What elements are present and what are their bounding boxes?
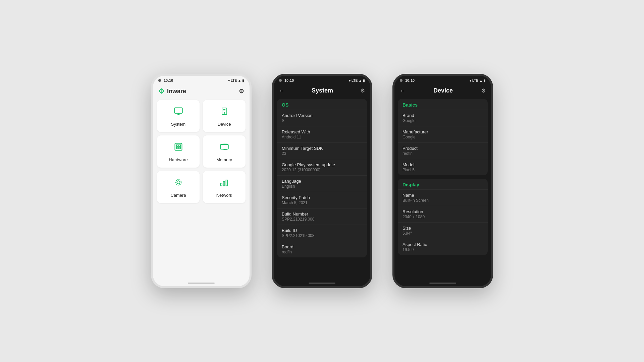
min-sdk-value: 23 — [282, 151, 362, 156]
model-value: Pixel 5 — [402, 168, 483, 172]
device-label: Device — [218, 122, 231, 127]
language-row: Language English — [277, 175, 367, 192]
play-update-value: 2020-12 (310000000) — [282, 168, 362, 172]
product-value: redfin — [402, 151, 483, 156]
app-name: Inware — [167, 88, 186, 95]
os-section-title: OS — [277, 99, 367, 110]
phone-1-light: 10:10 ▾ LTE ▲ ▮ ⚙ Inware ⚙ — [151, 74, 252, 288]
menu-item-camera[interactable]: Camera — [157, 171, 200, 203]
memory-icon — [220, 142, 229, 154]
build-number-row: Build Number SPP2.210219.008 — [277, 208, 367, 225]
min-sdk-row: Minimum Target SDK 23 — [277, 142, 367, 159]
system-label: System — [171, 122, 185, 127]
svg-rect-26 — [223, 182, 225, 186]
app-title: ⚙ Inware — [158, 87, 186, 95]
system-icon — [174, 107, 183, 118]
product-row: Product redfin — [398, 142, 488, 159]
home-indicator-1 — [188, 283, 215, 284]
wifi-icon-1: ▲ — [238, 79, 241, 82]
manufacturer-label: Manufacturer — [402, 129, 483, 134]
status-icons-1: ▾ LTE ▲ ▮ — [228, 79, 244, 82]
svg-rect-11 — [179, 147, 180, 149]
status-bar-2: 10:10 ▾ LTE ▲ ▮ — [274, 76, 370, 84]
status-icons-3: ▾ LTE ▲ ▮ — [470, 79, 486, 82]
device-icon — [220, 107, 228, 118]
lte-label-3: LTE — [472, 79, 478, 82]
menu-item-device[interactable]: Device — [203, 100, 246, 132]
settings-button-1[interactable]: ⚙ — [239, 87, 244, 95]
svg-rect-12 — [220, 144, 228, 149]
menu-item-memory[interactable]: Memory — [203, 135, 246, 168]
model-row: Model Pixel 5 — [398, 159, 488, 175]
main-menu-grid: System Device — [157, 100, 246, 203]
camera-label: Camera — [170, 193, 186, 198]
security-patch-label: Security Patch — [282, 195, 362, 200]
display-name-value: Built-in Screen — [402, 198, 483, 203]
lte-label-2: LTE — [352, 79, 358, 82]
signal-icon-3: ▾ — [470, 79, 471, 82]
display-name-row: Name Built-in Screen — [398, 189, 488, 206]
brand-value: Google — [402, 118, 483, 123]
hardware-icon — [174, 142, 183, 154]
status-bar-1: 10:10 ▾ LTE ▲ ▮ — [153, 76, 250, 84]
svg-rect-25 — [220, 183, 222, 186]
network-label: Network — [216, 193, 232, 198]
play-update-row: Google Play system update 2020-12 (31000… — [277, 159, 367, 175]
status-time-3: 10:10 — [405, 78, 415, 82]
resolution-label: Resolution — [402, 209, 483, 214]
camera-dot-1 — [158, 79, 161, 82]
menu-item-system[interactable]: System — [157, 100, 200, 132]
status-time-2: 10:10 — [284, 78, 294, 82]
display-section-card: Display Name Built-in Screen Resolution … — [398, 179, 488, 255]
language-label: Language — [282, 179, 362, 184]
security-patch-row: Security Patch March 5, 2021 — [277, 192, 367, 208]
status-bar-3: 10:10 ▾ LTE ▲ ▮ — [394, 76, 491, 84]
menu-item-network[interactable]: Network — [203, 171, 246, 203]
size-row: Size 5.94" — [398, 222, 488, 239]
system-screen-title: System — [312, 87, 333, 94]
resolution-value: 2340 x 1080 — [402, 215, 483, 219]
memory-label: Memory — [216, 157, 232, 162]
settings-button-2[interactable]: ⚙ — [360, 87, 365, 94]
brand-row: Brand Google — [398, 110, 488, 126]
network-icon — [220, 178, 229, 189]
size-label: Size — [402, 226, 483, 231]
home-indicator-2 — [309, 283, 335, 284]
device-scroll[interactable]: Basics Brand Google Manufacturer Google … — [394, 99, 491, 277]
system-screen-header: ← System ⚙ — [274, 84, 370, 99]
battery-icon-3: ▮ — [484, 79, 486, 82]
battery-icon-1: ▮ — [242, 79, 244, 82]
hardware-label: Hardware — [169, 157, 187, 162]
min-sdk-label: Minimum Target SDK — [282, 146, 362, 151]
wifi-icon-2: ▲ — [359, 79, 362, 82]
inware-icon: ⚙ — [158, 87, 164, 95]
system-scroll[interactable]: OS Android Version S Released With Andro… — [274, 99, 370, 277]
model-label: Model — [402, 162, 483, 167]
build-id-row: Build ID SPP2.210219.008 — [277, 225, 367, 241]
basics-section-title: Basics — [398, 99, 488, 110]
settings-button-3[interactable]: ⚙ — [481, 87, 486, 94]
back-button-3[interactable]: ← — [400, 88, 405, 94]
back-button-2[interactable]: ← — [279, 88, 284, 94]
camera-icon — [174, 178, 183, 189]
device-screen-title: Device — [433, 87, 453, 94]
camera-dot-2 — [279, 79, 282, 82]
device-screen-header: ← Device ⚙ — [394, 84, 491, 99]
released-with-value: Android 11 — [282, 135, 362, 139]
signal-icon-1: ▾ — [228, 79, 230, 82]
aspect-ratio-value: 19.5:9 — [402, 247, 483, 252]
aspect-ratio-label: Aspect Ratio — [402, 242, 483, 247]
home-indicator-3 — [429, 283, 456, 284]
status-icons-2: ▾ LTE ▲ ▮ — [349, 79, 365, 82]
phone-2-dark: 10:10 ▾ LTE ▲ ▮ ← System ⚙ OS Android Ve… — [272, 74, 372, 288]
android-version-row: Android Version S — [277, 110, 367, 126]
android-version-value: S — [282, 118, 362, 123]
brand-label: Brand — [402, 113, 483, 118]
basics-section-card: Basics Brand Google Manufacturer Google … — [398, 99, 488, 175]
android-version-label: Android Version — [282, 113, 362, 118]
svg-rect-27 — [226, 180, 227, 186]
security-patch-value: March 5, 2021 — [282, 200, 362, 205]
menu-item-hardware[interactable]: Hardware — [157, 135, 200, 168]
lte-label-1: LTE — [231, 79, 237, 82]
build-id-label: Build ID — [282, 228, 362, 233]
